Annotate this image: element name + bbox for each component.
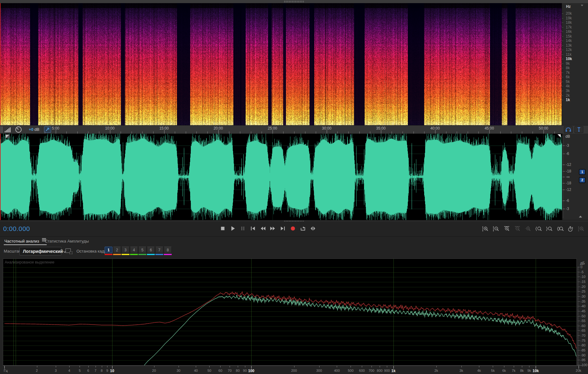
db-axis-tick (577, 326, 580, 326)
ruler-time-label: 20:00 (214, 126, 223, 131)
db-axis-tick (577, 317, 579, 317)
metronome-pin-button[interactable] (575, 126, 583, 133)
db-axis-label: -80 (580, 343, 585, 347)
db-axis-tick (577, 284, 579, 284)
loop-playback-button[interactable] (299, 224, 307, 233)
hold-frame-5: 5 (138, 247, 146, 255)
hold-frame-color (113, 254, 121, 255)
ruler-tick (186, 131, 186, 134)
scale-mode-select[interactable]: Логарифмический (19, 247, 61, 255)
hold-frame-button-7[interactable]: 7 (155, 247, 163, 253)
clock-icon[interactable] (15, 126, 22, 135)
amplitude-tick (563, 182, 564, 183)
freq-axis-label: 9k (527, 369, 531, 372)
scroll-up-icon[interactable] (579, 216, 582, 218)
spectrogram-display[interactable] (0, 3, 562, 125)
ruler-grip[interactable] (0, 126, 3, 133)
amplitude-label: -3 (566, 143, 569, 148)
hold-frame-button-5[interactable]: 5 (138, 247, 146, 253)
monitor-headphones-button[interactable] (564, 126, 573, 133)
amplitude-tick (563, 209, 565, 209)
expand-handle-icon[interactable] (557, 134, 561, 137)
pause-button (239, 224, 247, 233)
ruler-time-label: 5:00 (52, 126, 59, 131)
skip-to-end-button[interactable] (279, 224, 287, 233)
db-axis-tick (577, 308, 579, 308)
time-display[interactable]: 0:00.000 (3, 225, 30, 233)
record-button[interactable] (289, 224, 297, 233)
rewind-button[interactable] (259, 224, 267, 233)
amplitude-tick (563, 199, 564, 199)
db-axis-tick (577, 340, 579, 340)
stop-button[interactable] (219, 224, 227, 233)
tab-frequency-analysis[interactable]: Частотный анализ (4, 237, 46, 245)
db-axis-label: -10 (580, 275, 585, 279)
collapse-handle-icon[interactable] (6, 135, 10, 138)
db-axis-tick (577, 297, 579, 298)
freq-axis-tick (337, 366, 337, 367)
freq-axis-label: Гц (4, 369, 8, 372)
timer-button[interactable] (567, 226, 574, 232)
hold-frame-button-6[interactable]: 6 (147, 247, 155, 253)
db-axis-tick (577, 272, 580, 272)
waveform-display[interactable] (0, 134, 562, 220)
hold-frame-button-3[interactable]: 3 (122, 247, 129, 253)
ruler-tick (457, 131, 457, 134)
fast-forward-button[interactable] (269, 224, 277, 233)
ruler-tick (153, 131, 154, 134)
timeline-ruler[interactable]: +0dB 5:0010:0015:0020:0025:0030:0035:004… (0, 125, 562, 134)
amplitude-tick (563, 177, 564, 178)
ruler-time-label: 15:00 (159, 126, 169, 131)
amplitude-tick (563, 184, 564, 184)
scale-caret-icon (581, 5, 583, 6)
frequency-scale[interactable]: Hz 20k19k18k17k16k15k14k13k12k11k10k9k8k… (562, 3, 588, 125)
freq-tick (562, 32, 563, 32)
db-axis-label: -20 (580, 285, 585, 289)
skip-to-start-button[interactable] (249, 224, 257, 233)
db-axis-tick (577, 312, 579, 312)
snapshot-icon[interactable] (65, 248, 71, 253)
hold-frame-button-2[interactable]: 2 (113, 247, 121, 253)
track-2-badge[interactable]: 2 (579, 177, 585, 183)
zoom-in-time-button[interactable] (503, 226, 510, 232)
amplitude-scale[interactable]: dB -3-6-12-18-∞-18-12-6-3 1 2 (562, 134, 588, 220)
db-axis-tick (577, 348, 579, 349)
skip-selection-button[interactable] (309, 224, 317, 233)
gain-readout[interactable]: +0dB (29, 127, 39, 132)
db-axis-tick (577, 279, 579, 279)
panel-grip[interactable] (284, 1, 304, 3)
db-axis-tick (577, 309, 579, 310)
db-axis-label: -40 (580, 304, 585, 308)
freq-tick (562, 18, 563, 18)
pin-button[interactable] (44, 126, 51, 133)
amplitude-tick (563, 162, 564, 163)
db-axis-tick (577, 310, 579, 310)
hold-frame-button-8[interactable]: 8 (164, 247, 172, 253)
hold-frame-button-4[interactable]: 4 (130, 247, 138, 253)
track-1-badge[interactable]: 1 (579, 169, 585, 175)
play-button[interactable] (229, 224, 237, 233)
freq-axis-label: 400 (334, 369, 340, 372)
zoom-out-amplitude-button[interactable] (492, 226, 500, 232)
zoom-selection-button[interactable] (556, 226, 564, 232)
gain-value: +0 (29, 127, 34, 132)
freq-tick (562, 77, 563, 77)
db-axis-tick (577, 341, 580, 341)
zoom-in-amplitude-button[interactable] (481, 226, 489, 232)
freq-label: 9k (566, 61, 570, 66)
amplitude-tick (563, 206, 564, 207)
freq-label: 5k (566, 79, 570, 84)
db-axis-tick (577, 330, 580, 331)
hold-frame-button-1[interactable]: 1 (105, 247, 112, 253)
freq-axis-tick (107, 366, 107, 367)
tab-amplitude-statistics[interactable]: Статистика Амплитуды (45, 237, 89, 245)
db-axis-label: -25 (580, 289, 585, 293)
freq-axis-tick (522, 366, 522, 367)
ruler-tick (132, 131, 132, 134)
zoom-in-point-button[interactable] (535, 226, 542, 232)
db-axis-label: -55 (580, 319, 585, 323)
ruler-tick (240, 131, 240, 134)
amplitude-tick (563, 156, 564, 156)
zoom-out-point-button[interactable] (545, 226, 553, 232)
levels-icon[interactable] (4, 127, 12, 134)
